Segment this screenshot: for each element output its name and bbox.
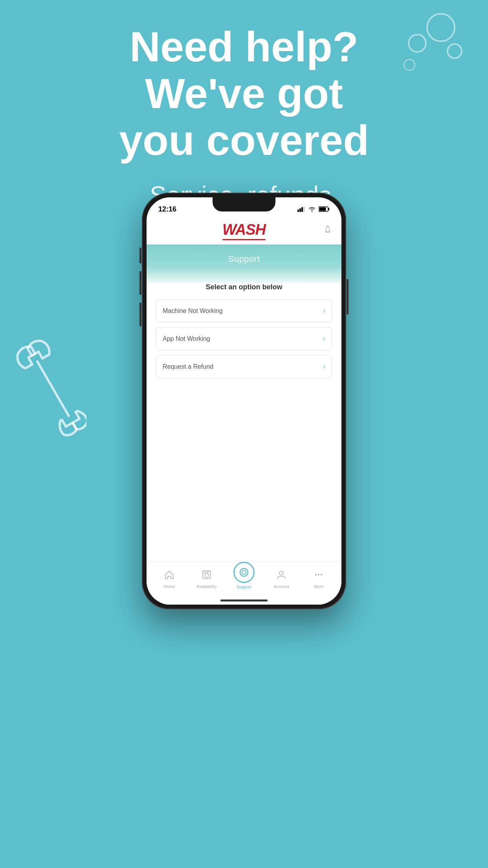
- phone-volume-up: [139, 271, 141, 295]
- notification-bell-icon[interactable]: [323, 225, 332, 236]
- nav-item-more[interactable]: More: [300, 570, 338, 589]
- menu-item-app-not-working[interactable]: App Not Working ›: [156, 327, 332, 350]
- menu-item-label: Request a Refund: [163, 363, 213, 370]
- main-headline: Need help? We've got you covered: [31, 24, 457, 164]
- menu-item-label: Machine Not Working: [163, 307, 223, 314]
- menu-item-request-refund[interactable]: Request a Refund ›: [156, 355, 332, 378]
- chevron-right-icon: ›: [323, 335, 325, 343]
- svg-rect-16: [206, 572, 209, 573]
- svg-point-20: [315, 574, 317, 576]
- menu-item-label: App Not Working: [163, 335, 210, 342]
- status-icons: [297, 206, 330, 212]
- wrench-decoration: [16, 334, 86, 436]
- chevron-right-icon: ›: [323, 362, 325, 371]
- more-dots-icon: [314, 570, 324, 583]
- home-indicator: [220, 600, 268, 601]
- support-banner: Support: [147, 245, 341, 283]
- nav-label-more: More: [314, 584, 324, 589]
- home-icon: [164, 570, 174, 583]
- nav-item-support[interactable]: Support: [225, 570, 262, 589]
- status-time: 12:16: [158, 205, 176, 213]
- svg-point-17: [240, 568, 248, 576]
- phone-notch: [213, 197, 275, 211]
- phone-side-button: [139, 248, 141, 263]
- svg-rect-11: [319, 208, 326, 211]
- menu-item-machine-not-working[interactable]: Machine Not Working ›: [156, 299, 332, 322]
- wifi-icon: [308, 206, 316, 212]
- svg-rect-10: [328, 208, 329, 210]
- svg-point-21: [318, 574, 319, 576]
- washer-icon: [202, 570, 212, 583]
- support-circle-icon: [233, 562, 255, 583]
- nav-item-availability[interactable]: Availability: [188, 570, 225, 589]
- phone-power-button: [347, 279, 349, 314]
- svg-point-15: [204, 572, 205, 573]
- nav-label-availability: Availability: [196, 584, 217, 589]
- signal-icon: [297, 206, 305, 212]
- nav-label-home: Home: [163, 584, 175, 589]
- battery-icon: [319, 206, 330, 212]
- bottom-nav: Home Availability: [147, 561, 341, 605]
- wash-logo: WASH: [222, 221, 266, 238]
- app-header: WASH: [147, 217, 341, 245]
- nav-item-account[interactable]: Account: [263, 570, 300, 589]
- support-title: Support: [154, 254, 334, 264]
- select-label: Select an option below: [156, 283, 332, 291]
- phone-mockup: 12:16: [142, 193, 346, 609]
- nav-item-home[interactable]: Home: [150, 570, 188, 589]
- account-icon: [276, 570, 286, 583]
- svg-rect-7: [301, 207, 303, 212]
- wash-logo-underline: [222, 239, 266, 240]
- nav-label-support: Support: [237, 585, 252, 589]
- app-content: Select an option below Machine Not Worki…: [147, 275, 341, 391]
- svg-rect-6: [299, 208, 301, 212]
- svg-point-18: [242, 570, 246, 574]
- svg-point-19: [279, 571, 283, 575]
- svg-point-14: [205, 574, 209, 577]
- svg-rect-5: [297, 210, 299, 212]
- chevron-right-icon: ›: [323, 307, 325, 315]
- phone-volume-down: [139, 303, 141, 326]
- nav-label-account: Account: [273, 584, 289, 589]
- svg-rect-8: [303, 206, 305, 212]
- svg-line-4: [37, 361, 69, 416]
- svg-point-22: [321, 574, 322, 576]
- wash-logo-container: WASH: [222, 221, 266, 240]
